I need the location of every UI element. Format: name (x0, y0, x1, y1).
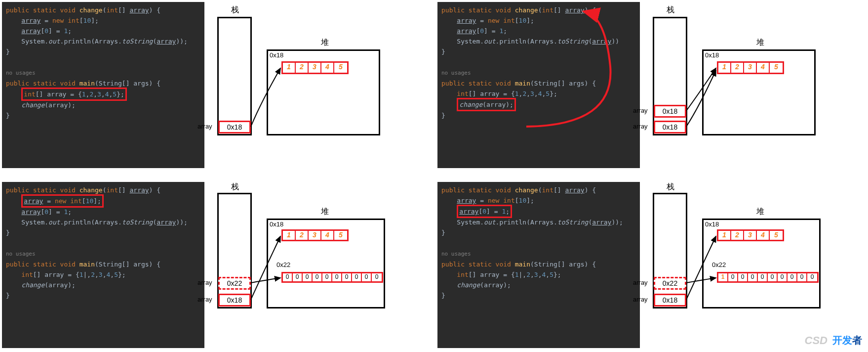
watermark: CSD 开发者 (832, 334, 862, 347)
hint-no-usages: no usages (6, 251, 36, 257)
side-label-array-2: array (633, 123, 648, 130)
panel-3: public static void change(int[] array) {… (2, 182, 431, 348)
stack-cell-main: 0x18 (218, 294, 251, 307)
heap-array-initial: 12345 (717, 229, 784, 241)
heap-label: 堆 (756, 38, 764, 48)
stack-cell-change-new: 0x22 (218, 277, 251, 290)
stack-box (217, 193, 252, 308)
heap-label: 堆 (321, 207, 329, 217)
stack-label: 栈 (231, 182, 239, 192)
code-block-1: public static void change(int[] array) {… (2, 2, 204, 168)
panel-2: public static void change(int[] array) {… (437, 2, 866, 168)
side-label-array-2: array (197, 296, 212, 303)
stack-cell-main: 0x18 (654, 294, 686, 307)
stack-label: 栈 (667, 182, 674, 192)
heap-array-zeros: 0000000000 (281, 272, 383, 283)
side-label-array-1: array (633, 279, 648, 286)
stack-box (217, 17, 252, 135)
heap-array-initial: 12345 (281, 229, 349, 241)
memory-diagram-3: 栈 0x22 0x18 array array 堆 0x18 12345 0x2… (207, 182, 415, 320)
heap-addr-1: 0x18 (270, 220, 283, 228)
side-label-array-1: array (197, 279, 212, 286)
heap-array-initial: 12345 (281, 61, 349, 74)
side-label-array: array (197, 123, 212, 130)
stack-label: 栈 (231, 5, 239, 15)
hint-no-usages: no usages (6, 70, 36, 76)
memory-diagram-1: 栈 0x18 array 堆 0x18 12345 (207, 2, 415, 140)
stack-cell-change-new: 0x22 (654, 277, 686, 290)
stack-cell-change: 0x18 (654, 105, 686, 118)
panel-4: public static void change(int[] array) {… (437, 182, 866, 348)
hint-no-usages: no usages (441, 251, 471, 257)
heap-addr-1: 0x18 (705, 220, 719, 228)
memory-diagram-4: 栈 0x22 0x18 array array 堆 0x18 12345 0x2… (643, 182, 850, 320)
heap-addr-2: 0x22 (276, 261, 290, 268)
side-label-array-1: array (633, 107, 648, 114)
heap-label: 堆 (756, 207, 764, 217)
stack-label: 栈 (667, 5, 674, 15)
heap-addr-1: 0x18 (270, 51, 283, 59)
code-block-2: public static void change(int[] array) {… (437, 2, 640, 168)
memory-diagram-2: 栈 0x18 0x18 array array 堆 0x18 12345 (643, 2, 850, 140)
code-block-3: public static void change(int[] array) {… (2, 182, 204, 348)
heap-addr-2: 0x22 (712, 261, 726, 268)
stack-box (653, 193, 687, 308)
heap-array-initial: 12345 (717, 61, 784, 74)
stack-cell-main: 0x18 (218, 121, 251, 133)
side-label-array-2: array (633, 296, 648, 303)
hint-no-usages: no usages (441, 70, 471, 76)
heap-label: 堆 (321, 38, 329, 48)
diagram-grid: public static void change(int[] array) {… (2, 2, 866, 348)
code-block-4: public static void change(int[] array) {… (437, 182, 640, 348)
panel-1: public static void change(int[] array) {… (2, 2, 431, 168)
stack-cell-main: 0x18 (654, 121, 686, 133)
heap-array-one-zeros: 1000000000 (717, 272, 819, 283)
stack-box (653, 17, 687, 135)
heap-addr-1: 0x18 (705, 51, 719, 59)
